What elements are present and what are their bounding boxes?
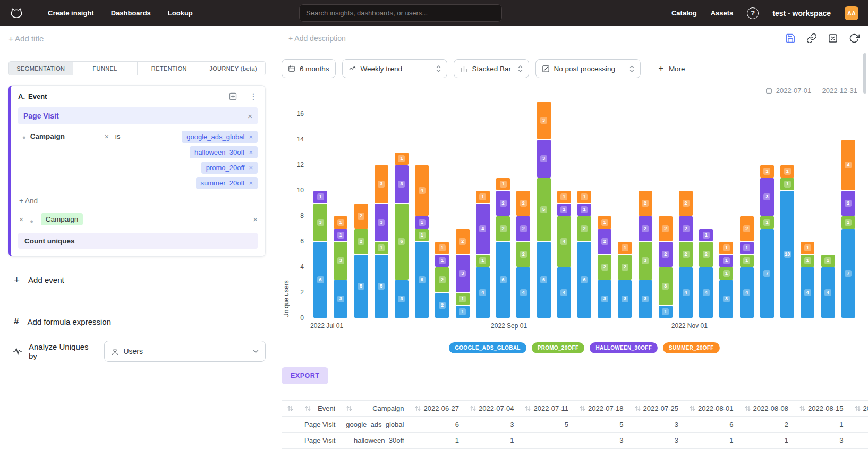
- date-preset-button[interactable]: 6 months: [282, 59, 336, 78]
- bar-2022-07-25[interactable]: 3631: [395, 153, 409, 318]
- bar-segment-promo_20off[interactable]: 3: [659, 267, 673, 305]
- selected-event-row[interactable]: Page Visit ×: [18, 107, 258, 124]
- save-icon[interactable]: [785, 33, 796, 44]
- bar-2022-10-03[interactable]: 3221: [598, 216, 611, 318]
- bar-2022-07-11[interactable]: 522: [354, 204, 368, 318]
- bar-segment-google_ads_global[interactable]: 6: [577, 242, 591, 318]
- bar-segment-halloween_30off[interactable]: 1: [719, 255, 733, 267]
- bar-segment-promo_20off[interactable]: 2: [435, 267, 449, 292]
- bar-segment-summer_20off[interactable]: 1: [577, 191, 591, 203]
- sort-icon[interactable]: [634, 405, 641, 412]
- bar-2022-11-28[interactable]: 7131: [760, 165, 774, 318]
- bar-2022-12-12[interactable]: 411: [801, 242, 814, 318]
- bar-2022-08-29[interactable]: 6221: [496, 178, 510, 318]
- bar-segment-promo_20off[interactable]: 2: [699, 242, 713, 267]
- bar-segment-halloween_30off[interactable]: 1: [740, 242, 754, 254]
- bar-segment-google_ads_global[interactable]: 4: [679, 267, 693, 318]
- bar-segment-halloween_30off[interactable]: 3: [456, 255, 470, 292]
- sort-icon[interactable]: [689, 405, 696, 412]
- sort-icon[interactable]: [854, 405, 861, 412]
- bar-segment-summer_20off[interactable]: 1: [801, 242, 814, 254]
- remove-filter-icon[interactable]: ×: [105, 132, 109, 141]
- remove-breakdown-row-icon[interactable]: ×: [253, 215, 258, 223]
- bar-segment-google_ads_global[interactable]: 4: [516, 267, 530, 318]
- bar-segment-summer_20off[interactable]: 1: [760, 165, 774, 178]
- sort-icon[interactable]: [470, 405, 476, 412]
- bar-segment-summer_20off[interactable]: 1: [557, 191, 571, 203]
- bar-segment-google_ads_global[interactable]: 3: [395, 280, 409, 318]
- bar-segment-promo_20off[interactable]: 1: [780, 178, 794, 190]
- bar-segment-google_ads_global[interactable]: 3: [598, 280, 611, 318]
- bar-segment-halloween_30off[interactable]: 1: [435, 255, 449, 267]
- bar-segment-google_ads_global[interactable]: 7: [841, 229, 855, 318]
- filter-value-chip[interactable]: google_ads_global×: [182, 131, 258, 143]
- bar-segment-halloween_30off[interactable]: 4: [476, 204, 490, 254]
- copy-link-icon[interactable]: [806, 33, 817, 44]
- post-processing-select[interactable]: No post processing: [535, 59, 641, 78]
- bar-segment-google_ads_global[interactable]: 6: [537, 242, 551, 318]
- bar-segment-promo_20off[interactable]: 1: [760, 216, 774, 229]
- sort-icon[interactable]: [287, 405, 294, 412]
- sort-icon[interactable]: [414, 405, 421, 412]
- bar-2022-08-08[interactable]: 2211: [435, 242, 449, 318]
- avatar[interactable]: AA: [845, 6, 858, 20]
- bar-segment-summer_20off[interactable]: 4: [841, 140, 855, 190]
- bar-segment-google_ads_global[interactable]: 4: [699, 267, 713, 318]
- sort-icon[interactable]: [346, 405, 353, 412]
- sort-icon[interactable]: [304, 405, 311, 412]
- bar-2022-10-24[interactable]: 1322: [659, 216, 673, 318]
- nav-assets[interactable]: Assets: [711, 9, 734, 17]
- workspace-name[interactable]: test - workspace: [772, 9, 831, 18]
- bar-2022-11-21[interactable]: 4112: [740, 216, 754, 318]
- remove-event-icon[interactable]: ×: [248, 112, 252, 120]
- column-header-2022-08-01[interactable]: 2022-08-01: [684, 401, 739, 417]
- bar-segment-promo_20off[interactable]: 1: [415, 229, 429, 241]
- bar-segment-summer_20off[interactable]: 2: [354, 204, 368, 229]
- bar-segment-promo_20off[interactable]: 3: [334, 242, 347, 280]
- bar-segment-halloween_30off[interactable]: 1: [334, 229, 347, 241]
- column-header-2022-08-22[interactable]: 2022-08-22: [849, 401, 868, 417]
- bar-2022-06-27[interactable]: 631: [313, 191, 327, 318]
- bar-segment-google_ads_global[interactable]: 6: [496, 242, 510, 318]
- tab-journey[interactable]: JOURNEY (beta): [201, 62, 265, 75]
- filter-value-chip[interactable]: promo_20off×: [201, 162, 258, 174]
- help-icon[interactable]: ?: [747, 7, 759, 19]
- bar-segment-google_ads_global[interactable]: 3: [719, 280, 733, 318]
- column-header-2022-07-04[interactable]: 2022-07-04: [464, 401, 520, 417]
- sort-icon[interactable]: [799, 405, 806, 412]
- tab-funnel[interactable]: FUNNEL: [73, 62, 138, 75]
- global-search-input[interactable]: [299, 4, 502, 22]
- bar-segment-promo_20off[interactable]: 2: [516, 242, 530, 267]
- column-header-2022-07-11[interactable]: 2022-07-11: [519, 401, 574, 417]
- export-button[interactable]: EXPORT: [282, 367, 328, 384]
- breakdown-property[interactable]: Campaign: [41, 213, 83, 225]
- bar-2022-07-04[interactable]: 3311: [334, 216, 347, 318]
- column-header-2022-07-18[interactable]: 2022-07-18: [574, 401, 629, 417]
- add-event-button[interactable]: + Add event: [8, 275, 266, 285]
- duplicate-event-icon[interactable]: [228, 92, 237, 101]
- sort-icon[interactable]: [744, 405, 751, 412]
- column-header-2022-08-08[interactable]: 2022-08-08: [739, 401, 794, 417]
- legend-chip-google_ads_global[interactable]: GOOGLE_ADS_GLOBAL: [449, 342, 526, 353]
- bar-2022-08-15[interactable]: 1132: [456, 229, 470, 318]
- bar-2022-12-19[interactable]: 41: [821, 255, 835, 318]
- bar-segment-summer_20off[interactable]: 4: [415, 165, 429, 216]
- close-insight-icon[interactable]: [828, 33, 838, 44]
- bar-segment-google_ads_global[interactable]: 4: [740, 267, 754, 318]
- bar-segment-summer_20off[interactable]: 2: [516, 191, 530, 216]
- bar-segment-halloween_30off[interactable]: 2: [598, 229, 611, 254]
- bar-segment-halloween_30off[interactable]: 1: [557, 204, 571, 216]
- filter-value-chip[interactable]: halloween_30off×: [190, 146, 258, 158]
- bar-segment-halloween_30off[interactable]: 3: [537, 140, 551, 178]
- bar-segment-google_ads_global[interactable]: 6: [415, 242, 429, 318]
- bar-segment-promo_20off[interactable]: 6: [395, 204, 409, 280]
- bar-segment-halloween_30off[interactable]: 3: [395, 165, 409, 203]
- bar-segment-google_ads_global[interactable]: 4: [821, 267, 835, 318]
- tab-segmentation[interactable]: SEGMENTATION: [9, 62, 73, 75]
- bar-segment-google_ads_global[interactable]: 4: [557, 267, 571, 318]
- chart-type-select[interactable]: Stacked Bar: [454, 59, 529, 78]
- tab-retention[interactable]: RETENTION: [138, 62, 202, 75]
- bar-segment-google_ads_global[interactable]: 5: [375, 255, 388, 318]
- column-header-2022-06-27[interactable]: 2022-06-27: [409, 401, 464, 417]
- legend-chip-summer_20off[interactable]: SUMMER_20OFF: [663, 342, 720, 353]
